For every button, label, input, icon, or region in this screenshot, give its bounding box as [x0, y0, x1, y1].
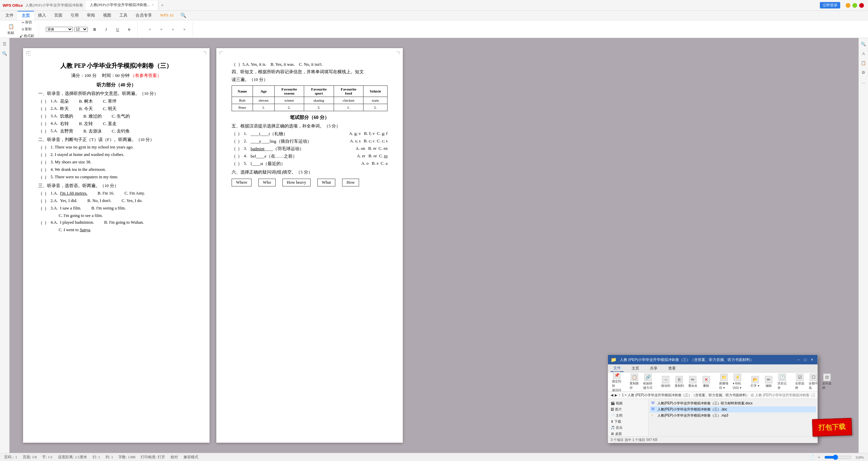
tab-close-btn[interactable]: ×	[152, 3, 154, 7]
ribbon-tab-reference[interactable]: 引用	[66, 11, 83, 20]
fm-select-all-btn[interactable]: ☑ 全部选择	[794, 373, 806, 391]
doc-score: 满分：100 分	[71, 73, 97, 78]
outline-icon[interactable]: ≡	[818, 455, 820, 459]
fm-address-bar: ◀ ▶ ↑ 1 > 人教 (PEP)小学毕业升学模拟冲刺卷（三）（含答案、听力音…	[608, 392, 817, 399]
ribbon-tab-tools[interactable]: 工具	[115, 11, 132, 20]
fm-shortcut-btn[interactable]: 🔗 粘贴快捷方式	[642, 373, 654, 391]
fm-delete-btn[interactable]: ✕ 删除	[700, 375, 712, 389]
fm-nav-downloads[interactable]: ⬇ 下载	[608, 419, 648, 425]
fm-edit-btn[interactable]: ✏ 编辑	[763, 375, 775, 389]
word-who: Who	[258, 179, 275, 186]
underline-btn[interactable]: U	[112, 26, 123, 33]
ribbon-tab-review[interactable]: 审阅	[83, 11, 99, 20]
written-title: 笔试部分（60 分）	[232, 115, 388, 121]
fm-pin-btn[interactable]: 📌 固定到快速访问	[611, 371, 623, 393]
cut-btn[interactable]: ✂剪切	[18, 19, 36, 25]
ribbon-tab-home[interactable]: 主页	[18, 11, 34, 20]
fm-minimize-btn[interactable]: －	[796, 357, 801, 362]
select-all-icon: ☑	[796, 374, 804, 381]
status-mode: 兼容模式	[183, 455, 198, 460]
fm-history-btn[interactable]: 🕐 历史记录	[776, 373, 788, 391]
back-icon[interactable]: ◀	[611, 393, 613, 397]
section2: 二、听录音，判断句子正（T）误（F）。听两遍。（10 分） （ ） 1. The…	[38, 137, 194, 180]
justify-btn[interactable]: ≡	[179, 27, 190, 32]
fm-open-btn[interactable]: 📂 打开 ▾	[749, 375, 761, 389]
copy-btn[interactable]: ⎘复制	[18, 26, 36, 32]
status-bar: 页码：1 页面: 1/8 节: 1/1 设置距离: 2.5厘米 行: 1 列: …	[0, 453, 868, 461]
fm-nav-video[interactable]: 🎬 视频	[608, 400, 648, 406]
register-btn[interactable]: 立即登录	[820, 2, 840, 8]
section2-title: 二、听录音，判断句子正（T）误（F）。听两遍。（10 分）	[38, 137, 194, 143]
new-tab-btn[interactable]: +	[158, 3, 166, 8]
fm-nav-desktop[interactable]: 🖥 桌面	[608, 431, 648, 436]
window-close-btn[interactable]	[859, 3, 864, 8]
file-manager[interactable]: 📁 人教 (PEP)小学毕业升学模拟冲刺卷（三）（含答案、听力音频、听力书面材料…	[608, 355, 818, 443]
search-icon[interactable]: 🔍	[178, 13, 189, 18]
fm-nav-music[interactable]: 🎵 音乐	[608, 425, 648, 431]
font-family-select[interactable]: 宋体	[46, 27, 73, 32]
ribbon-tab-ai[interactable]: WPS AI	[156, 12, 178, 19]
fm-nav-images[interactable]: 🖼 图片	[608, 406, 648, 413]
strikethrough-btn[interactable]: S	[124, 26, 135, 33]
q2-4: （ ） 4. We drank tea in the afternoon.	[38, 167, 194, 173]
download-badge[interactable]: 打包下载	[812, 418, 852, 437]
fm-copy-path-btn[interactable]: 📋 复制路径	[628, 373, 640, 391]
active-tab[interactable]: 人教(PEP)小学毕业升学模拟冲刺卷... ×	[86, 1, 158, 10]
fm-rename-btn[interactable]: ✏ 重命名	[687, 375, 699, 389]
fm-copy-btn[interactable]: ⎘ 复制到	[673, 375, 685, 389]
move-label: 移动到	[661, 384, 670, 388]
fm-tab-home[interactable]: 主页	[629, 365, 642, 372]
fm-select-none-btn[interactable]: ☐ 全都不选	[807, 373, 820, 391]
ribbon-tab-member[interactable]: 合员专享	[132, 11, 156, 20]
ribbon-tab-view[interactable]: 视图	[99, 11, 115, 20]
window-minimize-btn[interactable]	[846, 3, 850, 8]
bold-btn[interactable]: B	[89, 26, 100, 33]
fm-maximize-btn[interactable]: □	[803, 357, 808, 362]
move-icon: →	[662, 376, 669, 383]
fm-invert-select-btn[interactable]: ⊡ 反向选择	[821, 373, 833, 391]
sidebar-nav-icon[interactable]: ☰	[1, 41, 8, 47]
sidebar-right-icon3[interactable]: 📋	[860, 60, 867, 66]
q2-1: （ ） 1. There was no gym in my school ten…	[38, 145, 194, 151]
status-page: 页码：1	[4, 455, 17, 460]
up-icon[interactable]: ↑	[619, 393, 620, 397]
align-right-btn[interactable]: ≡	[167, 27, 178, 32]
fm-move-btn[interactable]: → 移动到	[659, 375, 672, 389]
fm-new-folder-btn[interactable]: 📁 新建项目 ▾	[718, 373, 730, 391]
sidebar-right-icon1[interactable]: 🔍	[860, 41, 867, 47]
align-left-btn[interactable]: ≡	[144, 27, 155, 32]
fm-file-2[interactable]: W 人教(PEP)小学毕业升学模拟冲刺卷（三）.doc	[650, 406, 816, 413]
forward-icon[interactable]: ▶	[615, 393, 617, 397]
fm-nav-docs[interactable]: 📄 文档	[608, 413, 648, 419]
fm-close-btn[interactable]: ×	[809, 357, 815, 362]
zoom-slider[interactable]	[824, 455, 851, 460]
sidebar-search-icon[interactable]: 🔍	[1, 50, 8, 57]
sidebar-right-icon4[interactable]: ⚙	[860, 69, 867, 76]
italic-btn[interactable]: I	[101, 26, 112, 33]
sidebar-right-icon5[interactable]: …	[860, 79, 867, 85]
sidebar-right-icon2[interactable]: A	[860, 50, 867, 57]
section4-title: 四、听短文，根据所听内容记录信息，并将单词填写在横线上。短文	[232, 69, 388, 75]
fm-file-1[interactable]: W 人教(PEP)小学毕业升学模拟冲刺卷（三）听力材料和答案.docx	[650, 400, 816, 406]
app-tab-inactive[interactable]: 人教(PEP)小学毕业升学模拟冲刺卷	[25, 3, 83, 8]
align-center-btn[interactable]: ≡	[156, 27, 167, 32]
font-size-select[interactable]: 12	[74, 27, 88, 32]
ribbon-tab-insert[interactable]: 插入	[34, 11, 50, 20]
q5-1: （ ） 1. ____i____t（礼物） A. g; v B. f; v C.…	[232, 131, 388, 137]
fm-search-input[interactable]	[751, 393, 815, 397]
ribbon-tab-file[interactable]: 文件	[1, 11, 18, 20]
fm-file-3[interactable]: ♪ 人教(PEP)小学毕业升学模拟冲刺卷（三）.mp3	[650, 413, 816, 419]
ribbon-tab-page[interactable]: 页面	[50, 11, 66, 20]
rename-icon: ✏	[689, 376, 696, 383]
fm-tab-view[interactable]: 查看	[666, 365, 678, 372]
fm-tab-share[interactable]: 共享	[647, 365, 660, 372]
paste-btn[interactable]: 📋 粘贴	[5, 22, 16, 36]
fm-file-2-name: 人教(PEP)小学毕业升学模拟冲刺卷（三）.doc	[657, 407, 727, 412]
view-mode-icon[interactable]: 📄	[809, 455, 814, 459]
title-bar-right: 立即登录	[816, 2, 868, 8]
active-tab-label: 人教(PEP)小学毕业升学模拟冲刺卷...	[90, 2, 150, 7]
fm-file-3-name: 人教(PEP)小学毕业升学模拟冲刺卷（三）.mp3	[657, 413, 728, 418]
fm-body: 🎬 视频 🖼 图片 📄 文档 ⬇ 下载 🎵 音乐 🖥 桌面 💾 本地磁盘 (C:…	[608, 399, 817, 436]
window-maximize-btn[interactable]	[852, 3, 857, 8]
fm-quick-access-btn[interactable]: ⚡ ♦ 轻松访问 ▾	[731, 373, 744, 391]
